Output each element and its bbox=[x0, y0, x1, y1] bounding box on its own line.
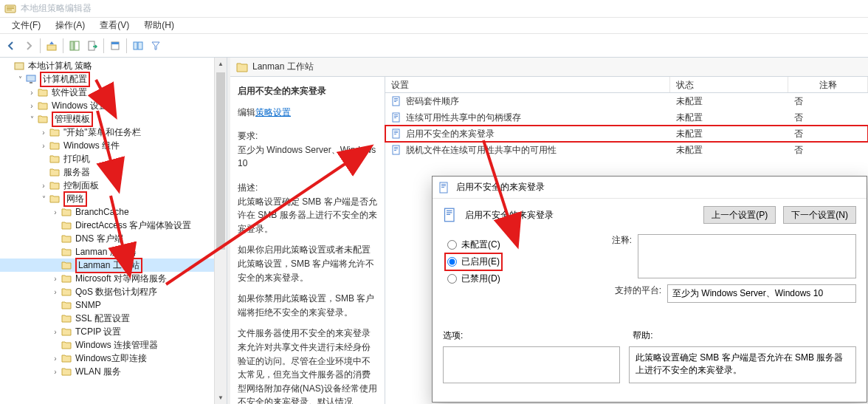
tree-snmp[interactable]: SNMP bbox=[0, 298, 227, 312]
chevron-right-icon[interactable]: › bbox=[50, 208, 61, 216]
tree-scrollbar[interactable]: ▲ ▼ bbox=[214, 58, 227, 404]
tree-label: "开始"菜单和任务栏 bbox=[63, 126, 141, 139]
chevron-right-icon[interactable]: › bbox=[27, 102, 37, 110]
tree-label: 软件设置 bbox=[52, 86, 87, 99]
folder-icon bbox=[61, 233, 72, 244]
settings-row[interactable]: 启用不安全的来宾登录未配置否 bbox=[385, 126, 868, 142]
chevron-right-icon[interactable]: › bbox=[38, 142, 49, 150]
radio-not-configured[interactable] bbox=[447, 240, 457, 250]
dialog-title-bar[interactable]: 启用不安全的来宾登录 bbox=[433, 177, 867, 199]
svg-rect-13 bbox=[27, 75, 35, 81]
toolbar-separator bbox=[40, 38, 41, 53]
tree-printers[interactable]: 打印机 bbox=[0, 152, 227, 165]
tree-qos[interactable]: ›QoS 数据包计划程序 bbox=[0, 285, 227, 298]
prev-setting-button[interactable]: 上一个设置(P) bbox=[703, 206, 776, 224]
tree-network[interactable]: ˅ 网络 bbox=[0, 192, 227, 205]
setting-note-cell: 否 bbox=[788, 144, 868, 157]
tree-control-panel[interactable]: › 控制面板 bbox=[0, 179, 227, 192]
tree-start-menu[interactable]: › "开始"菜单和任务栏 bbox=[0, 126, 227, 139]
extended-view-button[interactable] bbox=[130, 38, 146, 54]
policy-title: 启用不安全的来宾登录 bbox=[238, 84, 377, 98]
scroll-thumb[interactable] bbox=[216, 72, 225, 250]
chevron-right-icon[interactable]: › bbox=[27, 89, 37, 97]
tree-label: Windows 连接管理器 bbox=[75, 339, 158, 352]
setting-note-cell: 否 bbox=[788, 112, 868, 124]
chevron-right-icon[interactable]: › bbox=[50, 288, 61, 296]
computer-icon bbox=[25, 74, 37, 84]
chevron-right-icon[interactable]: › bbox=[50, 368, 61, 376]
svg-rect-22 bbox=[394, 117, 396, 118]
settings-row[interactable]: 连续可用性共享中的句柄缓存未配置否 bbox=[385, 109, 868, 126]
radio-disabled-row[interactable]: 已禁用(D) bbox=[447, 273, 590, 285]
menu-action[interactable]: 操作(A) bbox=[48, 18, 92, 33]
next-setting-button[interactable]: 下一个设置(N) bbox=[783, 206, 856, 224]
policy-tree[interactable]: 本地计算机 策略 ˅ 计算机配置 › 软件设置 › Windows 设置 ˅ 管 bbox=[0, 58, 227, 380]
radio-enabled-row[interactable]: 已启用(E) bbox=[447, 256, 500, 268]
tree-ssl[interactable]: SSL 配置设置 bbox=[0, 312, 227, 325]
col-header-setting[interactable]: 设置 bbox=[385, 77, 670, 92]
filter-button[interactable] bbox=[148, 38, 164, 54]
chevron-right-icon[interactable]: › bbox=[38, 129, 49, 137]
col-header-state[interactable]: 状态 bbox=[670, 77, 788, 92]
menu-help[interactable]: 帮助(H) bbox=[137, 18, 182, 33]
tree-lanman-workstation[interactable]: Lanman 工作站 bbox=[0, 259, 227, 272]
up-button[interactable] bbox=[44, 38, 60, 54]
export-list-button[interactable] bbox=[84, 38, 100, 54]
note-field[interactable] bbox=[638, 234, 856, 278]
policy-icon bbox=[391, 145, 402, 155]
tree-root[interactable]: 本地计算机 策略 bbox=[0, 59, 227, 72]
dialog-right: 注释: 支持的平台: 至少为 Windows Server、Windows 10 bbox=[602, 234, 856, 303]
policy-icon bbox=[443, 208, 458, 222]
tree-branchcache[interactable]: ›BranchCache bbox=[0, 205, 227, 219]
tree-win-conn-mgr[interactable]: Windows 连接管理器 bbox=[0, 338, 227, 352]
dialog-left: 未配置(C) 已启用(E) 已禁用(D) bbox=[443, 234, 590, 303]
properties-button[interactable] bbox=[107, 38, 123, 54]
tree-win-instant-conn[interactable]: ›Windows立即连接 bbox=[0, 352, 227, 365]
col-header-note[interactable]: 注释 bbox=[788, 77, 868, 92]
chevron-right-icon[interactable]: › bbox=[38, 182, 49, 190]
toolbar-separator bbox=[103, 38, 104, 53]
policy-icon bbox=[438, 182, 450, 194]
show-hide-tree-button[interactable] bbox=[66, 38, 83, 54]
menu-view[interactable]: 查看(V) bbox=[92, 18, 137, 33]
requirements-label: 要求: bbox=[238, 129, 377, 143]
chevron-right-icon[interactable]: › bbox=[50, 355, 61, 363]
tree-servers[interactable]: 服务器 bbox=[0, 165, 227, 179]
chevron-right-icon[interactable]: › bbox=[50, 275, 61, 283]
radio-enabled[interactable] bbox=[447, 257, 457, 267]
tree-computer-config[interactable]: ˅ 计算机配置 bbox=[0, 72, 227, 86]
tree-directaccess[interactable]: DirectAccess 客户端体验设置 bbox=[0, 219, 227, 232]
chevron-down-icon[interactable]: ˅ bbox=[38, 195, 49, 203]
forward-button[interactable] bbox=[21, 38, 37, 54]
settings-row[interactable]: 脱机文件在连续可用性共享中的可用性未配置否 bbox=[385, 142, 868, 158]
chevron-right-icon[interactable]: › bbox=[50, 328, 61, 336]
tree-lanman-server[interactable]: Lanman 服务器 bbox=[0, 245, 227, 259]
folder-icon bbox=[61, 260, 72, 270]
chevron-down-icon[interactable]: ˅ bbox=[15, 75, 25, 83]
description-pane: 启用不安全的来宾登录 编辑策略设置 要求: 至少为 Windows Server… bbox=[230, 77, 385, 404]
menu-file[interactable]: 文件(F) bbox=[4, 18, 48, 33]
back-button[interactable] bbox=[3, 38, 19, 54]
scroll-up-button[interactable]: ▲ bbox=[215, 58, 227, 70]
tree-ms-p2p[interactable]: ›Microsoft 对等网络服务 bbox=[0, 272, 227, 285]
setting-name-cell: 脱机文件在连续可用性共享中的可用性 bbox=[385, 144, 670, 157]
chevron-down-icon[interactable]: ˅ bbox=[27, 115, 37, 123]
folder-icon bbox=[49, 180, 61, 191]
menu-bar: 文件(F) 操作(A) 查看(V) 帮助(H) bbox=[0, 18, 868, 34]
tree-windows-settings[interactable]: › Windows 设置 bbox=[0, 99, 227, 112]
folder-icon bbox=[49, 140, 61, 151]
tree-wlan[interactable]: ›WLAN 服务 bbox=[0, 365, 227, 378]
platform-row: 支持的平台: 至少为 Windows Server、Windows 10 bbox=[602, 284, 856, 303]
tree-tcpip[interactable]: ›TCPIP 设置 bbox=[0, 325, 227, 338]
scroll-down-button[interactable]: ▼ bbox=[215, 391, 227, 404]
radio-not-configured-row[interactable]: 未配置(C) bbox=[447, 239, 590, 251]
svg-rect-17 bbox=[394, 100, 398, 100]
tree-dns-client[interactable]: DNS 客户端 bbox=[0, 232, 227, 245]
settings-row[interactable]: 密码套件顺序未配置否 bbox=[385, 93, 868, 109]
tree-software-settings[interactable]: › 软件设置 bbox=[0, 86, 227, 99]
tree-label: WLAN 服务 bbox=[75, 366, 121, 378]
radio-disabled[interactable] bbox=[447, 274, 457, 284]
edit-policy-link[interactable]: 策略设置 bbox=[255, 107, 291, 117]
tree-windows-components[interactable]: › Windows 组件 bbox=[0, 139, 227, 152]
tree-admin-templates[interactable]: ˅ 管理模板 bbox=[0, 112, 227, 126]
